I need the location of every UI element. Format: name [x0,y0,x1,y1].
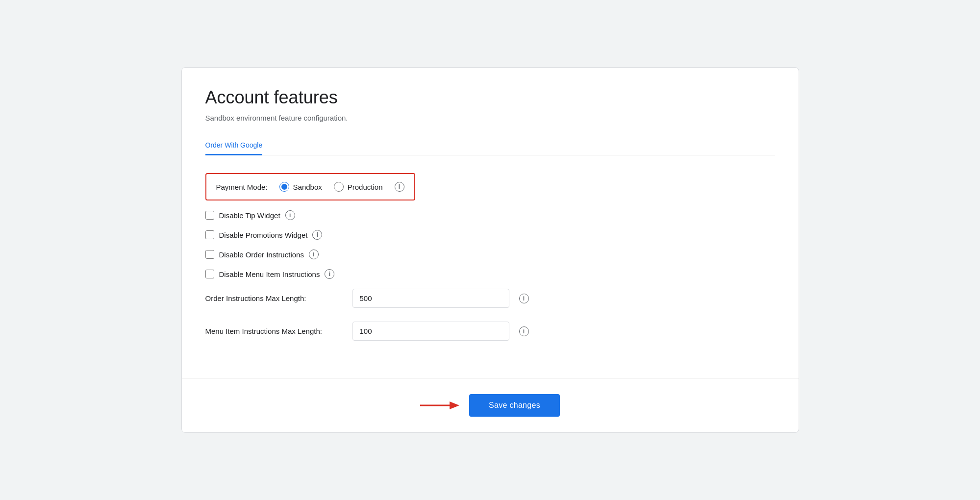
order-instructions-max-label: Order Instructions Max Length: [205,294,343,302]
card-body: Account features Sandbox environment fea… [182,68,799,378]
svg-marker-1 [450,401,459,409]
checkbox-disable-promotions: Disable Promotions Widget i [205,230,775,240]
checkbox-disable-menu-instructions-label: Disable Menu Item Instructions [219,270,320,278]
checkbox-disable-order-instructions-label: Disable Order Instructions [219,250,304,259]
payment-mode-info-icon[interactable]: i [395,182,404,192]
payment-mode-label: Payment Mode: [216,183,268,191]
checkbox-disable-order-instructions: Disable Order Instructions i [205,250,775,259]
page-subtitle: Sandbox environment feature configuratio… [205,114,775,122]
save-changes-button[interactable]: Save changes [469,394,560,417]
checkbox-disable-menu-instructions-input[interactable] [205,270,214,278]
checkbox-disable-tip-input[interactable] [205,211,214,220]
disable-order-instructions-info-icon[interactable]: i [309,250,319,259]
menu-instructions-max-info-icon[interactable]: i [519,326,529,336]
checkbox-disable-tip: Disable Tip Widget i [205,210,775,220]
radio-production-label: Production [348,183,383,191]
radio-sandbox[interactable]: Sandbox [279,182,322,192]
checkbox-disable-tip-label: Disable Tip Widget [219,211,280,220]
disable-menu-instructions-info-icon[interactable]: i [325,269,334,279]
payment-mode-radio-group: Sandbox Production i [279,182,404,192]
arrow-indicator [420,398,459,413]
checkbox-disable-order-instructions-input[interactable] [205,250,214,259]
disable-tip-info-icon[interactable]: i [285,210,295,220]
checkbox-disable-promotions-label: Disable Promotions Widget [219,231,308,239]
arrow-right-icon [420,398,459,413]
order-instructions-max-row: Order Instructions Max Length: i [205,289,775,308]
checkbox-disable-menu-instructions: Disable Menu Item Instructions i [205,269,775,279]
tab-order-with-google[interactable]: Order With Google [205,136,263,155]
radio-production[interactable]: Production [334,182,383,192]
account-features-card: Account features Sandbox environment fea… [181,67,799,433]
disable-promotions-info-icon[interactable]: i [312,230,322,240]
radio-production-input[interactable] [334,182,344,192]
form-section: Payment Mode: Sandbox Production i Disa [205,173,775,354]
tab-bar: Order With Google [205,136,775,155]
order-instructions-max-input[interactable] [352,289,509,308]
radio-sandbox-label: Sandbox [293,183,322,191]
order-instructions-max-info-icon[interactable]: i [519,294,529,303]
menu-instructions-max-row: Menu Item Instructions Max Length: i [205,322,775,341]
payment-mode-row: Payment Mode: Sandbox Production i [205,173,415,200]
radio-sandbox-input[interactable] [279,182,289,192]
menu-instructions-max-input[interactable] [352,322,509,341]
menu-instructions-max-label: Menu Item Instructions Max Length: [205,327,343,335]
page-title: Account features [205,87,775,108]
card-footer: Save changes [182,378,799,432]
checkbox-disable-promotions-input[interactable] [205,230,214,239]
